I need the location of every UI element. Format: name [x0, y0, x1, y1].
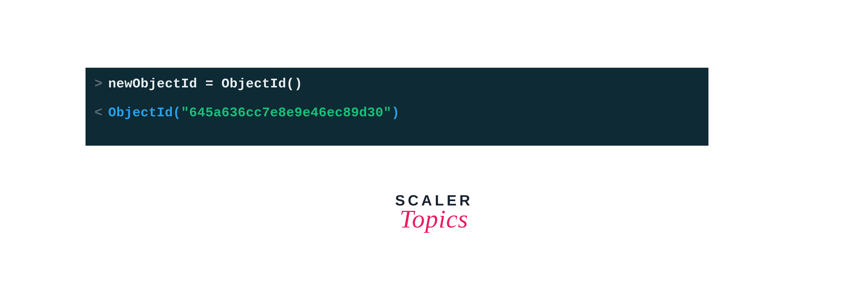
output-string: "645a636cc7e8e9e46ec89d30": [181, 104, 391, 121]
scaler-topics-logo: SCALER Topics: [395, 192, 473, 234]
close-paren: ): [391, 104, 400, 121]
terminal-block: > newObjectId = ObjectId() < ObjectId("6…: [86, 68, 708, 146]
output-function: ObjectId: [108, 104, 173, 121]
input-code: newObjectId = ObjectId(): [108, 75, 303, 93]
logo-text-topics: Topics: [395, 204, 473, 234]
input-prompt-icon: >: [94, 75, 103, 93]
output-prompt-icon: <: [94, 104, 103, 121]
output-line: < ObjectId("645a636cc7e8e9e46ec89d30"): [94, 104, 700, 121]
open-paren: (: [173, 104, 181, 121]
input-line: > newObjectId = ObjectId(): [94, 75, 700, 93]
